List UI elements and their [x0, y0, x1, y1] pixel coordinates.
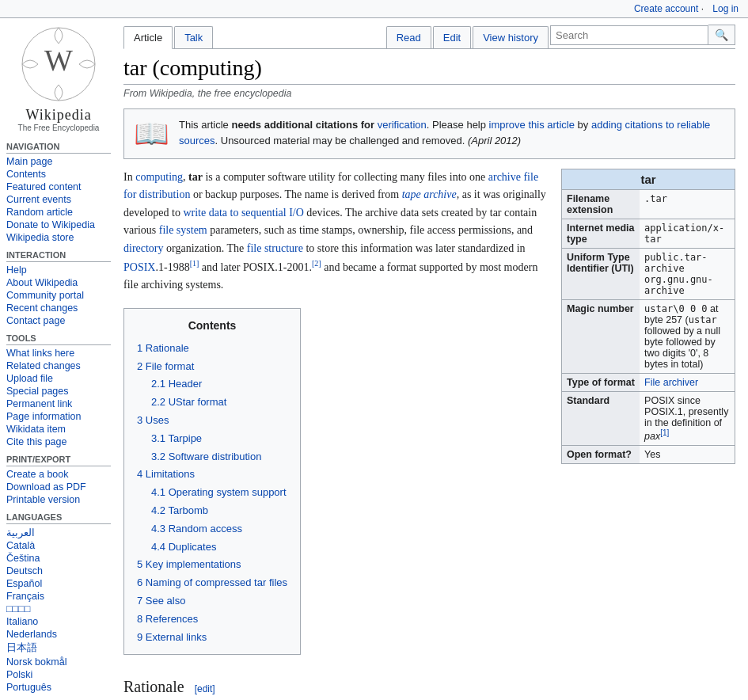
sidebar-item-page-info[interactable]: Page information — [6, 410, 111, 423]
tab-article[interactable]: Article — [123, 26, 173, 49]
sidebar-item-download-pdf[interactable]: Download as PDF — [6, 481, 111, 493]
sidebar-item-related-changes[interactable]: Related changes — [6, 360, 111, 372]
toc-link-ustar[interactable]: 2.2 UStar format — [151, 396, 226, 408]
toc-link-references[interactable]: 8 References — [137, 613, 198, 625]
infobox-label-standard: Standard — [562, 392, 640, 446]
file-archiver-link[interactable]: File archiver — [644, 377, 698, 388]
toc-link-rationale[interactable]: 1 Rationale — [137, 342, 189, 354]
archive-link[interactable]: archive file for distribution — [123, 171, 538, 200]
sidebar-item-community-portal[interactable]: Community portal — [6, 289, 111, 302]
article-title: tar (computing) — [123, 55, 735, 85]
sidebar-item-lang-ja[interactable]: 日本語 — [6, 641, 111, 656]
tab-view-history[interactable]: View history — [473, 26, 549, 48]
infobox-value-ext: .tar — [640, 190, 735, 219]
toc-link-tarpipe[interactable]: 3.1 Tarpipe — [151, 432, 202, 444]
sidebar-item-cite[interactable]: Cite this page — [6, 436, 111, 448]
tools-heading: Tools — [6, 333, 111, 345]
ref-1a[interactable]: [1] — [190, 259, 199, 268]
toc: Contents 1 Rationale 2 File format 2.1 H… — [123, 308, 301, 655]
toc-item-2-2: 2.2 UStar format — [137, 394, 287, 412]
computing-link[interactable]: computing — [135, 171, 183, 183]
toc-link-file-format[interactable]: 2 File format — [137, 360, 194, 372]
file-structure-link[interactable]: file structure — [247, 242, 303, 254]
sidebar-item-store[interactable]: Wikipedia store — [6, 231, 111, 244]
wikipedia-subtitle: The Free Encyclopedia — [6, 124, 111, 132]
tape-archive-link[interactable]: tape archive — [402, 188, 457, 200]
notice-date: (April 2012) — [468, 135, 521, 146]
posix-link[interactable]: POSIX — [123, 261, 155, 273]
sidebar-item-lang-fr[interactable]: Français — [6, 590, 111, 603]
sidebar-item-lang-pt[interactable]: Português — [6, 681, 111, 694]
toc-link-key-impl[interactable]: 5 Key implementations — [137, 558, 241, 570]
directory-link[interactable]: directory — [123, 242, 164, 254]
improve-link[interactable]: improve this article — [489, 119, 575, 131]
top-bar: Create account · Log in — [0, 0, 748, 18]
ref-2[interactable]: [2] — [312, 259, 321, 268]
logo-text: Wikipedia The Free Encyclopedia — [6, 107, 111, 132]
sidebar-item-lang-de[interactable]: Deutsch — [6, 565, 111, 577]
toc-item-3: 3 Uses — [137, 412, 287, 430]
sidebar-item-lang-ca[interactable]: Català — [6, 539, 111, 552]
sidebar-item-lang-pl[interactable]: Polski — [6, 668, 111, 681]
sidebar-item-contact[interactable]: Contact page — [6, 314, 111, 327]
infobox-label-magic: Magic number — [562, 300, 640, 374]
toc-link-external[interactable]: 9 External links — [137, 631, 207, 643]
toc-link-naming[interactable]: 6 Naming of compressed tar files — [137, 576, 287, 588]
interaction-section: Interaction Help About Wikipedia Communi… — [6, 250, 111, 327]
sidebar-item-lang-cs[interactable]: Čeština — [6, 552, 111, 565]
ref-1-link[interactable]: [1] — [660, 428, 669, 437]
sidebar-item-lang-ja2[interactable]: □□□□ — [6, 603, 111, 615]
rationale-edit-link: [edit] — [195, 683, 215, 694]
sidebar-item-lang-nb[interactable]: Norsk bokmål — [6, 656, 111, 668]
toc-link-random-access[interactable]: 4.3 Random access — [151, 523, 242, 535]
sidebar-item-contents[interactable]: Contents — [6, 168, 111, 181]
write-data-link[interactable]: write data to sequential — [183, 207, 286, 219]
sidebar-item-help[interactable]: Help — [6, 264, 111, 276]
infobox-value-open: Yes — [640, 446, 735, 464]
toc-link-tarbomb[interactable]: 4.2 Tarbomb — [151, 504, 208, 516]
verification-link[interactable]: verification — [378, 119, 427, 131]
sidebar-item-main-page[interactable]: Main page — [6, 155, 111, 168]
toc-link-uses[interactable]: 3 Uses — [137, 414, 169, 426]
io-link[interactable]: I/O — [289, 207, 304, 219]
sidebar-item-featured-content[interactable]: Featured content — [6, 181, 111, 193]
sidebar-item-random-article[interactable]: Random article — [6, 206, 111, 219]
tab-talk[interactable]: Talk — [174, 26, 213, 48]
sidebar-item-upload-file[interactable]: Upload file — [6, 372, 111, 385]
toc-link-header[interactable]: 2.1 Header — [151, 378, 202, 390]
search-input[interactable] — [550, 25, 708, 45]
sidebar-item-printable[interactable]: Printable version — [6, 493, 111, 506]
search-button[interactable]: 🔍 — [708, 25, 735, 45]
sidebar-item-lang-nl[interactable]: Nederlands — [6, 628, 111, 641]
tools-section: Tools What links here Related changes Up… — [6, 333, 111, 448]
navigation-heading: Navigation — [6, 142, 111, 154]
sidebar-item-wikidata[interactable]: Wikidata item — [6, 423, 111, 436]
sidebar-item-lang-es[interactable]: Español — [6, 577, 111, 590]
notice-icon: 📖 — [134, 117, 169, 150]
sidebar-item-what-links[interactable]: What links here — [6, 347, 111, 360]
tab-read[interactable]: Read — [386, 26, 431, 48]
sidebar-item-recent-changes[interactable]: Recent changes — [6, 302, 111, 314]
toc-link-duplicates[interactable]: 4.4 Duplicates — [151, 541, 216, 553]
infobox-value-type: File archiver — [640, 374, 735, 392]
toc-link-os-support[interactable]: 4.1 Operating system support — [151, 486, 287, 498]
sidebar-item-about[interactable]: About Wikipedia — [6, 276, 111, 289]
rationale-edit-button[interactable]: edit — [197, 683, 212, 694]
log-in-link[interactable]: Log in — [712, 3, 739, 14]
infobox-label-uti: Uniform Type Identifier (UTI) — [562, 249, 640, 300]
toc-link-software-dist[interactable]: 3.2 Software distribution — [151, 451, 261, 462]
toc-link-see-also[interactable]: 7 See also — [137, 595, 185, 607]
sidebar-item-lang-ar[interactable]: العربية — [6, 526, 111, 539]
sidebar-item-current-events[interactable]: Current events — [6, 193, 111, 206]
sidebar-item-special-pages[interactable]: Special pages — [6, 385, 111, 398]
tab-edit[interactable]: Edit — [433, 26, 471, 48]
filesystem-link[interactable]: file system — [159, 224, 207, 236]
sidebar-item-permanent-link[interactable]: Permanent link — [6, 398, 111, 410]
sidebar-item-lang-it[interactable]: Italiano — [6, 615, 111, 628]
create-account-link[interactable]: Create account — [634, 3, 698, 14]
sidebar-item-donate[interactable]: Donate to Wikipedia — [6, 219, 111, 231]
toc-item-2: 2 File format — [137, 358, 287, 376]
sidebar-item-create-book[interactable]: Create a book — [6, 468, 111, 481]
toc-link-limitations[interactable]: 4 Limitations — [137, 468, 195, 480]
toc-item-3-1: 3.1 Tarpipe — [137, 430, 287, 448]
